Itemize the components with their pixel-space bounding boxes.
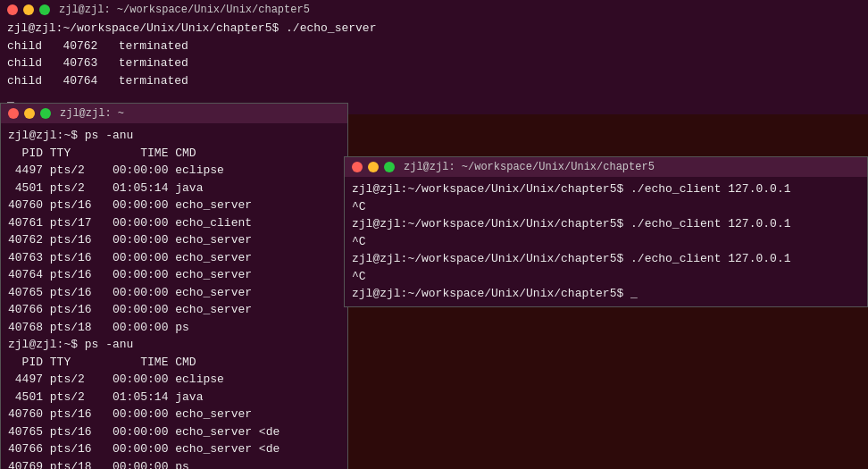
mid-line-10: 40766 pts/16 00:00:00 echo_server xyxy=(8,301,340,319)
right-line-3: ^C xyxy=(352,233,860,251)
top-line-2: child 40763 terminated xyxy=(7,54,861,72)
mid-line-1: PID TTY TIME CMD xyxy=(8,145,340,163)
terminal-top: zjl@zjl: ~/workspace/Unix/Unix/chapter5 … xyxy=(0,0,868,114)
mid-line-12: zjl@zjl:~$ ps -anu xyxy=(8,336,340,354)
mid-line-6: 40762 pts/16 00:00:00 echo_server xyxy=(8,231,340,249)
mid-terminal-content: zjl@zjl:~$ ps -anu PID TTY TIME CMD 4497… xyxy=(1,123,347,469)
right-title-bar: zjl@zjl: ~/workspace/Unix/Unix/chapter5 xyxy=(345,157,867,177)
mid-line-14: 4497 pts/2 00:00:00 eclipse xyxy=(8,371,340,389)
mid-line-7: 40763 pts/16 00:00:00 echo_server xyxy=(8,249,340,267)
mid-line-11: 40768 pts/18 00:00:00 ps xyxy=(8,319,340,337)
mid-line-3: 4501 pts/2 01:05:14 java xyxy=(8,180,340,197)
right-line-2: zjl@zjl:~/workspace/Unix/Unix/chapter5$ … xyxy=(352,215,860,233)
mid-terminal-title: zjl@zjl: ~ xyxy=(60,107,124,120)
minimize-button-top[interactable] xyxy=(23,4,34,15)
mid-line-8: 40764 pts/16 00:00:00 echo_server xyxy=(8,266,340,284)
mid-line-4: 40760 pts/16 00:00:00 echo_server xyxy=(8,197,340,214)
top-line-3: child 40764 terminated xyxy=(7,72,861,90)
close-button-right[interactable] xyxy=(352,162,363,172)
close-button-mid[interactable] xyxy=(8,108,19,119)
right-line-0: zjl@zjl:~/workspace/Unix/Unix/chapter5$ … xyxy=(352,180,860,198)
mid-line-5: 40761 pts/17 00:00:00 echo_client xyxy=(8,214,340,232)
minimize-button-right[interactable] xyxy=(368,162,379,172)
right-line-6: zjl@zjl:~/workspace/Unix/Unix/chapter5$ … xyxy=(352,285,860,303)
mid-line-17: 40765 pts/16 00:00:00 echo_server <de xyxy=(8,423,340,441)
mid-line-0: zjl@zjl:~$ ps -anu xyxy=(8,127,340,145)
minimize-button-mid[interactable] xyxy=(24,108,35,119)
mid-line-19: 40769 pts/18 00:00:00 ps xyxy=(8,458,340,470)
top-title-bar: zjl@zjl: ~/workspace/Unix/Unix/chapter5 xyxy=(7,4,861,16)
mid-line-13: PID TTY TIME CMD xyxy=(8,354,340,372)
mid-line-2: 4497 pts/2 00:00:00 eclipse xyxy=(8,162,340,180)
top-terminal-title: zjl@zjl: ~/workspace/Unix/Unix/chapter5 xyxy=(59,4,310,16)
right-terminal-title: zjl@zjl: ~/workspace/Unix/Unix/chapter5 xyxy=(404,161,655,173)
maximize-button-top[interactable] xyxy=(39,4,50,15)
top-terminal-content: zjl@zjl:~/workspace/Unix/Unix/chapter5$ … xyxy=(7,20,861,107)
right-terminal-content: zjl@zjl:~/workspace/Unix/Unix/chapter5$ … xyxy=(345,177,867,306)
right-line-5: ^C xyxy=(352,268,860,286)
maximize-button-mid[interactable] xyxy=(40,108,51,119)
right-line-1: ^C xyxy=(352,198,860,216)
mid-title-bar: zjl@zjl: ~ xyxy=(1,104,347,123)
right-line-4: zjl@zjl:~/workspace/Unix/Unix/chapter5$ … xyxy=(352,250,860,268)
mid-line-18: 40766 pts/16 00:00:00 echo_server <de xyxy=(8,440,340,458)
mid-line-9: 40765 pts/16 00:00:00 echo_server xyxy=(8,284,340,302)
top-line-0: zjl@zjl:~/workspace/Unix/Unix/chapter5$ … xyxy=(7,20,861,38)
mid-line-15: 4501 pts/2 01:05:14 java xyxy=(8,389,340,406)
top-line-1: child 40762 terminated xyxy=(7,38,861,55)
close-button-top[interactable] xyxy=(7,4,18,15)
terminal-mid: zjl@zjl: ~ zjl@zjl:~$ ps -anu PID TTY TI… xyxy=(0,103,348,469)
terminal-right: zjl@zjl: ~/workspace/Unix/Unix/chapter5 … xyxy=(344,156,868,307)
mid-line-16: 40760 pts/16 00:00:00 echo_server xyxy=(8,406,340,423)
maximize-button-right[interactable] xyxy=(384,162,395,172)
